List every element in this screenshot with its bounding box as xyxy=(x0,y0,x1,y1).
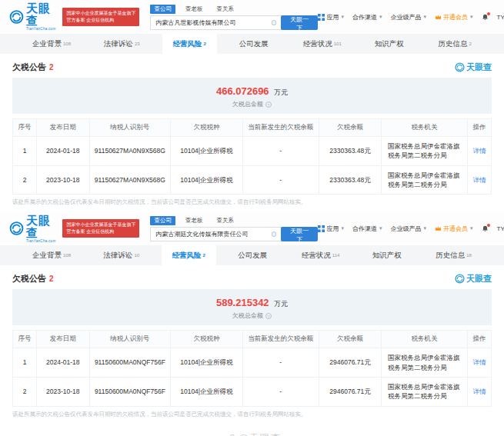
tianyancha-watermark: 天眼查 xyxy=(455,62,492,73)
section-title: 欠税公告 xyxy=(12,273,46,285)
notification-bell[interactable] xyxy=(482,225,489,232)
official-badge: 国家中小企业发展基金子基金旗下 官方备案 企业征信机构 xyxy=(62,8,139,26)
tianyancha-logo[interactable]: 天眼查 TianYanCha.com xyxy=(9,215,58,244)
search-tab-company[interactable]: 查公司 xyxy=(150,5,175,14)
col-new-balance: 当前新发生的欠税余额 xyxy=(242,331,319,348)
tab-legal[interactable]: 法律诉讼23 xyxy=(93,34,151,54)
tab-intellectual-property[interactable]: 知识产权 xyxy=(364,34,416,54)
col-tax-type: 欠税税种 xyxy=(171,119,242,137)
menu-vip[interactable]: 开通会员 xyxy=(435,13,473,22)
tianyancha-logo[interactable]: 天眼查 TianYanCha.com xyxy=(9,2,58,32)
tab-history[interactable]: 历史信息18 xyxy=(425,245,482,265)
menu-apps[interactable]: 应用 xyxy=(318,13,344,22)
section-count-badge: 2 xyxy=(49,63,54,72)
menu-enterprise[interactable]: 企业级产品 xyxy=(391,13,427,22)
tab-development[interactable]: 公司发展 xyxy=(229,34,281,54)
cell-tax-type: 10104|企业所得税 xyxy=(171,348,242,378)
info-icon[interactable] xyxy=(265,313,272,319)
tab-development[interactable]: 公司发展 xyxy=(227,245,279,265)
search-row: 天眼一下 xyxy=(150,227,318,241)
disclaimer-note: 该处所展示的欠税公告仅代表发布日期时的欠税情况，当前该公司是否已完成欠税缴交，请… xyxy=(12,411,492,418)
notification-dot xyxy=(487,224,490,227)
tab-history[interactable]: 历史信息2 xyxy=(428,34,482,54)
col-taxpayer-id: 纳税人识别号 xyxy=(89,119,171,137)
cell-new-balance: - xyxy=(242,377,319,406)
menu-apps-label: 应用 xyxy=(326,13,339,22)
tab-background[interactable]: 企业背景108 xyxy=(22,34,82,54)
weibo-icon xyxy=(222,433,235,436)
tab-count: 2 xyxy=(469,42,472,46)
tab-count: 23 xyxy=(135,42,140,46)
menu-enterprise[interactable]: 企业级产品 xyxy=(391,225,427,233)
company-search-input[interactable] xyxy=(150,15,281,30)
col-authority: 税务机关 xyxy=(381,331,467,348)
tax-total-amount: 589.215342 xyxy=(216,297,269,308)
detail-link[interactable]: 详情 xyxy=(472,358,486,366)
company-search-input[interactable] xyxy=(150,227,281,241)
col-seq: 序号 xyxy=(13,119,37,137)
cell-taxpayer-id: 91150600MA0NQF756F xyxy=(89,377,171,406)
tianyancha-watermark-icon xyxy=(455,62,465,72)
badge-line-1: 国家中小企业发展基金子基金旗下 xyxy=(66,221,135,228)
cell-tax-type: 10104|企业所得税 xyxy=(171,137,242,166)
tab-intellectual-property[interactable]: 知识产权 xyxy=(362,245,414,265)
cell-tax-type: 10104|企业所得税 xyxy=(171,377,242,406)
table-header-row: 序号 发布日期 纳税人识别号 欠税税种 当前新发生的欠税余额 欠税余额 税务机关… xyxy=(13,119,492,137)
tab-count: 2 xyxy=(203,253,205,258)
tab-count: 108 xyxy=(63,42,71,46)
crown-icon xyxy=(435,225,442,232)
tab-operation-status[interactable]: 经营状况101 xyxy=(292,34,352,54)
detail-link[interactable]: 详情 xyxy=(472,147,486,155)
menu-enterprise-label: 企业级产品 xyxy=(391,225,422,233)
tianyancha-logo-icon xyxy=(9,220,24,237)
search-tab-relation[interactable]: 查关系 xyxy=(212,216,238,225)
user-account-label: TYC0... xyxy=(497,14,504,21)
cell-balance: 2330363.48元 xyxy=(319,137,382,166)
cell-date: 2023-10-18 xyxy=(37,377,89,406)
tianyancha-logo-icon xyxy=(9,8,24,25)
tab-count: 101 xyxy=(334,42,342,46)
menu-partner[interactable]: 合作渠道 xyxy=(352,13,382,22)
tab-operation-risk[interactable]: 经营风险2 xyxy=(162,34,217,54)
detail-link[interactable]: 详情 xyxy=(472,388,486,395)
detail-link[interactable]: 详情 xyxy=(472,176,486,184)
cell-new-balance: - xyxy=(242,348,319,378)
logo-text: 天眼查 TianYanCha.com xyxy=(26,2,58,32)
watermark-label: 天眼查 xyxy=(466,62,492,73)
cell-date: 2024-01-18 xyxy=(37,348,89,378)
tab-operation-status[interactable]: 经营状况114 xyxy=(291,245,351,265)
search-area: 查公司 查老板 查关系 天眼一下 xyxy=(150,216,318,241)
tax-arrears-table: 序号 发布日期 纳税人识别号 欠税税种 当前新发生的欠税余额 欠税余额 税务机关… xyxy=(12,118,492,195)
weibo-watermark: @天眼查 xyxy=(0,424,504,436)
search-tab-boss[interactable]: 查老板 xyxy=(182,5,207,14)
user-account[interactable]: TYC0... xyxy=(497,14,504,21)
cell-taxpayer-id: 91150627MA0N9X568G xyxy=(89,137,171,166)
tab-operation-risk[interactable]: 经营风险2 xyxy=(162,245,216,265)
tab-background[interactable]: 企业背景108 xyxy=(22,245,82,265)
search-tab-boss[interactable]: 查老板 xyxy=(182,216,207,225)
grid-icon xyxy=(318,14,325,21)
notification-bell[interactable] xyxy=(482,14,489,21)
menu-partner-label: 合作渠道 xyxy=(352,225,377,233)
search-tab-company[interactable]: 查公司 xyxy=(150,216,175,225)
tab-count: 108 xyxy=(63,253,71,258)
col-action: 操作 xyxy=(467,331,491,348)
tab-legal[interactable]: 法律诉讼10 xyxy=(92,245,150,265)
user-account[interactable]: TYC0... xyxy=(497,225,504,232)
search-button[interactable]: 天眼一下 xyxy=(281,227,318,241)
logo-subtitle: TianYanCha.com xyxy=(26,240,58,244)
search-tab-relation[interactable]: 查关系 xyxy=(212,5,238,14)
menu-vip[interactable]: 开通会员 xyxy=(435,225,473,233)
col-new-balance: 当前新发生的欠税余额 xyxy=(242,119,319,137)
search-button[interactable]: 天眼一下 xyxy=(281,15,318,30)
menu-apps[interactable]: 应用 xyxy=(318,225,344,233)
col-authority: 税务机关 xyxy=(381,119,467,137)
table-row: 2 2023-10-18 91150600MA0NQF756F 10104|企业… xyxy=(13,377,492,406)
search-clear-icon[interactable] xyxy=(272,231,276,237)
cell-date: 2024-01-18 xyxy=(37,137,89,166)
menu-partner[interactable]: 合作渠道 xyxy=(352,225,382,233)
tax-total-label: 欠税总金额 xyxy=(232,100,263,108)
notification-dot xyxy=(487,12,490,15)
info-icon[interactable] xyxy=(265,102,272,108)
search-clear-icon[interactable] xyxy=(272,20,276,25)
